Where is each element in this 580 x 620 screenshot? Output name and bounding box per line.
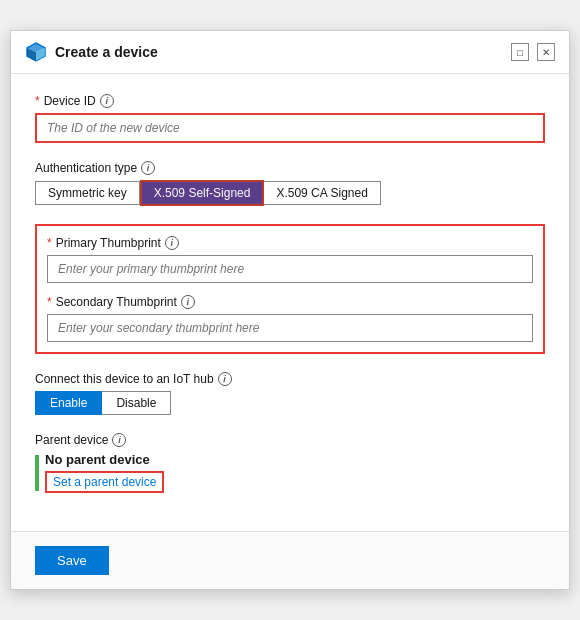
device-id-label-text: Device ID [44,94,96,108]
parent-device-group: Parent device i No parent device Set a p… [35,433,545,493]
device-id-label: * Device ID i [35,94,545,108]
connect-enable-button[interactable]: Enable [35,391,102,415]
primary-thumbprint-group: * Primary Thumbprint i [47,236,533,283]
create-device-dialog: Create a device □ ✕ * Device ID i Authen… [10,30,570,590]
auth-x509-self-signed-button[interactable]: X.509 Self-Signed [140,180,265,206]
device-id-group: * Device ID i [35,94,545,143]
thumbprint-group: * Primary Thumbprint i * Secondary Thumb… [35,224,545,354]
primary-thumbprint-input[interactable] [47,255,533,283]
auth-type-label-text: Authentication type [35,161,137,175]
connect-label-text: Connect this device to an IoT hub [35,372,214,386]
connect-info-icon[interactable]: i [218,372,232,386]
auth-type-options: Symmetric key X.509 Self-Signed X.509 CA… [35,180,545,206]
device-id-input[interactable] [37,115,543,141]
secondary-thumbprint-required-star: * [47,295,52,309]
auth-type-info-icon[interactable]: i [141,161,155,175]
azure-iot-icon [25,41,47,63]
dialog-body: * Device ID i Authentication type i Symm… [11,74,569,531]
green-bar-indicator [35,455,39,491]
restore-button[interactable]: □ [511,43,529,61]
title-bar-left: Create a device [25,41,158,63]
auth-symmetric-key-button[interactable]: Symmetric key [35,181,140,205]
set-parent-device-link[interactable]: Set a parent device [45,471,164,493]
parent-device-info-icon[interactable]: i [112,433,126,447]
title-bar-right: □ ✕ [511,43,555,61]
secondary-thumbprint-group: * Secondary Thumbprint i [47,295,533,342]
secondary-thumbprint-label: * Secondary Thumbprint i [47,295,533,309]
dialog-title: Create a device [55,44,158,60]
title-bar: Create a device □ ✕ [11,31,569,74]
auth-type-label: Authentication type i [35,161,545,175]
primary-thumbprint-info-icon[interactable]: i [165,236,179,250]
device-id-info-icon[interactable]: i [100,94,114,108]
auth-x509-ca-signed-button[interactable]: X.509 CA Signed [264,181,380,205]
close-button[interactable]: ✕ [537,43,555,61]
parent-device-label: Parent device i [35,433,545,447]
secondary-thumbprint-input[interactable] [47,314,533,342]
parent-device-content: No parent device Set a parent device [35,452,545,493]
save-button[interactable]: Save [35,546,109,575]
parent-device-value: No parent device [45,452,164,467]
connect-group: Connect this device to an IoT hub i Enab… [35,372,545,415]
secondary-thumbprint-label-text: Secondary Thumbprint [56,295,177,309]
connect-label: Connect this device to an IoT hub i [35,372,545,386]
auth-type-group: Authentication type i Symmetric key X.50… [35,161,545,206]
parent-device-label-text: Parent device [35,433,108,447]
primary-thumbprint-label-text: Primary Thumbprint [56,236,161,250]
parent-device-value-block: No parent device Set a parent device [45,452,164,493]
device-id-required-star: * [35,94,40,108]
primary-thumbprint-label: * Primary Thumbprint i [47,236,533,250]
dialog-footer: Save [11,531,569,589]
device-id-input-wrap [35,113,545,143]
connect-disable-button[interactable]: Disable [102,391,171,415]
connect-options: Enable Disable [35,391,545,415]
primary-thumbprint-required-star: * [47,236,52,250]
secondary-thumbprint-info-icon[interactable]: i [181,295,195,309]
